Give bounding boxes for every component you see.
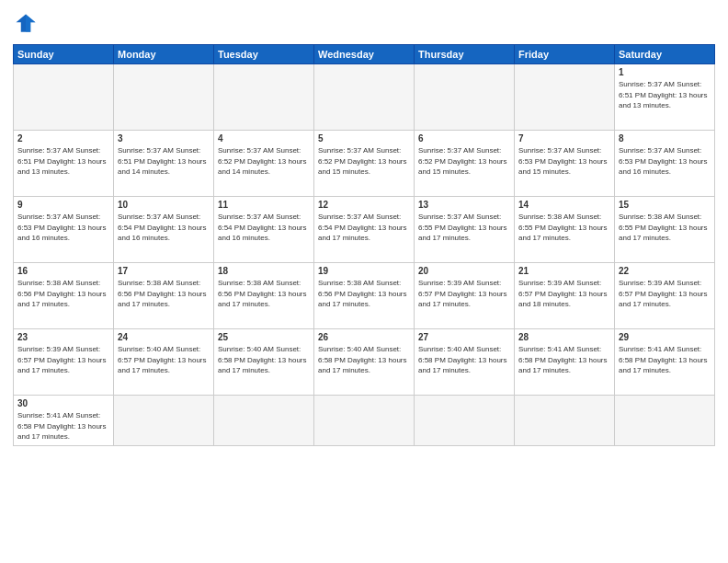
calendar-cell [515,64,615,131]
weekday-header-row: SundayMondayTuesdayWednesdayThursdayFrid… [14,45,715,64]
calendar-cell: 4Sunrise: 5:37 AM Sunset: 6:52 PM Daylig… [214,131,314,197]
day-info: Sunrise: 5:37 AM Sunset: 6:51 PM Dayligh… [17,145,109,178]
calendar-cell: 11Sunrise: 5:37 AM Sunset: 6:54 PM Dayli… [214,197,314,263]
day-number: 4 [218,133,310,144]
day-info: Sunrise: 5:37 AM Sunset: 6:55 PM Dayligh… [418,212,510,244]
calendar-cell: 5Sunrise: 5:37 AM Sunset: 6:52 PM Daylig… [314,131,415,197]
calendar-cell: 17Sunrise: 5:38 AM Sunset: 6:56 PM Dayli… [114,263,214,329]
calendar-cell: 26Sunrise: 5:40 AM Sunset: 6:58 PM Dayli… [314,329,415,396]
calendar-cell: 13Sunrise: 5:37 AM Sunset: 6:55 PM Dayli… [415,197,515,263]
day-info: Sunrise: 5:37 AM Sunset: 6:51 PM Dayligh… [619,79,711,111]
calendar-cell: 9Sunrise: 5:37 AM Sunset: 6:53 PM Daylig… [14,197,114,263]
weekday-header-tuesday: Tuesday [214,45,314,64]
day-info: Sunrise: 5:38 AM Sunset: 6:56 PM Dayligh… [17,278,109,310]
day-number: 22 [619,266,711,276]
calendar-week-row: 30Sunrise: 5:41 AM Sunset: 6:58 PM Dayli… [14,396,715,446]
calendar-cell: 7Sunrise: 5:37 AM Sunset: 6:53 PM Daylig… [515,131,615,197]
calendar-cell: 25Sunrise: 5:40 AM Sunset: 6:58 PM Dayli… [214,329,314,396]
calendar-cell [14,64,114,131]
calendar-cell [314,396,415,446]
calendar-cell [314,64,415,131]
day-number: 26 [318,332,410,342]
page: SundayMondayTuesdayWednesdayThursdayFrid… [0,0,728,455]
calendar-cell: 6Sunrise: 5:37 AM Sunset: 6:52 PM Daylig… [415,131,515,197]
day-number: 27 [418,332,510,342]
day-info: Sunrise: 5:38 AM Sunset: 6:55 PM Dayligh… [518,212,610,244]
calendar-cell [415,396,515,446]
day-number: 30 [17,398,109,408]
calendar-week-row: 9Sunrise: 5:37 AM Sunset: 6:53 PM Daylig… [14,197,715,263]
calendar-cell [214,396,314,446]
calendar-table: SundayMondayTuesdayWednesdayThursdayFrid… [13,44,715,446]
day-info: Sunrise: 5:37 AM Sunset: 6:51 PM Dayligh… [118,145,210,178]
day-number: 9 [17,200,109,210]
weekday-header-saturday: Saturday [615,45,715,64]
day-info: Sunrise: 5:37 AM Sunset: 6:54 PM Dayligh… [318,212,410,244]
calendar-cell [214,64,314,131]
day-number: 1 [619,67,711,77]
calendar-cell: 15Sunrise: 5:38 AM Sunset: 6:55 PM Dayli… [615,197,715,263]
day-info: Sunrise: 5:37 AM Sunset: 6:52 PM Dayligh… [318,145,410,178]
day-number: 8 [619,133,711,144]
calendar-cell: 14Sunrise: 5:38 AM Sunset: 6:55 PM Dayli… [515,197,615,263]
calendar-cell: 28Sunrise: 5:41 AM Sunset: 6:58 PM Dayli… [515,329,615,396]
calendar-cell: 8Sunrise: 5:37 AM Sunset: 6:53 PM Daylig… [615,131,715,197]
day-info: Sunrise: 5:38 AM Sunset: 6:56 PM Dayligh… [218,278,310,310]
calendar-cell: 2Sunrise: 5:37 AM Sunset: 6:51 PM Daylig… [14,131,114,197]
calendar-cell: 1Sunrise: 5:37 AM Sunset: 6:51 PM Daylig… [615,64,715,131]
day-number: 19 [318,266,410,276]
calendar-cell [615,396,715,446]
calendar-cell [114,396,214,446]
weekday-header-monday: Monday [114,45,214,64]
calendar-week-row: 1Sunrise: 5:37 AM Sunset: 6:51 PM Daylig… [14,64,715,131]
weekday-header-thursday: Thursday [415,45,515,64]
day-number: 3 [118,133,210,144]
day-number: 25 [218,332,310,342]
day-info: Sunrise: 5:37 AM Sunset: 6:54 PM Dayligh… [218,212,310,244]
logo-icon [13,11,39,37]
day-info: Sunrise: 5:37 AM Sunset: 6:53 PM Dayligh… [518,145,610,178]
calendar-cell: 12Sunrise: 5:37 AM Sunset: 6:54 PM Dayli… [314,197,415,263]
day-info: Sunrise: 5:40 AM Sunset: 6:58 PM Dayligh… [218,344,310,376]
day-info: Sunrise: 5:37 AM Sunset: 6:53 PM Dayligh… [619,145,711,178]
calendar-cell: 21Sunrise: 5:39 AM Sunset: 6:57 PM Dayli… [515,263,615,329]
day-number: 14 [518,200,610,210]
weekday-header-sunday: Sunday [14,45,114,64]
calendar-week-row: 2Sunrise: 5:37 AM Sunset: 6:51 PM Daylig… [14,131,715,197]
day-info: Sunrise: 5:40 AM Sunset: 6:58 PM Dayligh… [318,344,410,376]
day-info: Sunrise: 5:37 AM Sunset: 6:52 PM Dayligh… [418,145,510,178]
day-number: 13 [418,200,510,210]
day-info: Sunrise: 5:39 AM Sunset: 6:57 PM Dayligh… [418,278,510,310]
calendar-week-row: 23Sunrise: 5:39 AM Sunset: 6:57 PM Dayli… [14,329,715,396]
day-number: 15 [619,200,711,210]
day-info: Sunrise: 5:38 AM Sunset: 6:56 PM Dayligh… [318,278,410,310]
day-number: 29 [619,332,711,342]
day-info: Sunrise: 5:38 AM Sunset: 6:56 PM Dayligh… [118,278,210,310]
calendar-week-row: 16Sunrise: 5:38 AM Sunset: 6:56 PM Dayli… [14,263,715,329]
day-number: 11 [218,200,310,210]
day-info: Sunrise: 5:38 AM Sunset: 6:55 PM Dayligh… [619,212,711,244]
day-number: 10 [118,200,210,210]
day-info: Sunrise: 5:39 AM Sunset: 6:57 PM Dayligh… [518,278,610,310]
day-number: 24 [118,332,210,342]
day-number: 21 [518,266,610,276]
svg-marker-1 [26,15,36,32]
day-number: 7 [518,133,610,144]
weekday-header-friday: Friday [515,45,615,64]
day-number: 18 [218,266,310,276]
day-info: Sunrise: 5:41 AM Sunset: 6:58 PM Dayligh… [518,344,610,376]
day-number: 20 [418,266,510,276]
calendar-cell: 3Sunrise: 5:37 AM Sunset: 6:51 PM Daylig… [114,131,214,197]
calendar-cell: 16Sunrise: 5:38 AM Sunset: 6:56 PM Dayli… [14,263,114,329]
day-number: 23 [17,332,109,342]
day-info: Sunrise: 5:37 AM Sunset: 6:53 PM Dayligh… [17,212,109,244]
calendar-cell: 30Sunrise: 5:41 AM Sunset: 6:58 PM Dayli… [14,396,114,446]
calendar-cell: 20Sunrise: 5:39 AM Sunset: 6:57 PM Dayli… [415,263,515,329]
day-number: 17 [118,266,210,276]
day-info: Sunrise: 5:39 AM Sunset: 6:57 PM Dayligh… [619,278,711,310]
logo [13,11,42,37]
calendar-cell: 24Sunrise: 5:40 AM Sunset: 6:57 PM Dayli… [114,329,214,396]
day-number: 16 [17,266,109,276]
calendar-cell: 27Sunrise: 5:40 AM Sunset: 6:58 PM Dayli… [415,329,515,396]
day-info: Sunrise: 5:41 AM Sunset: 6:58 PM Dayligh… [17,410,109,442]
